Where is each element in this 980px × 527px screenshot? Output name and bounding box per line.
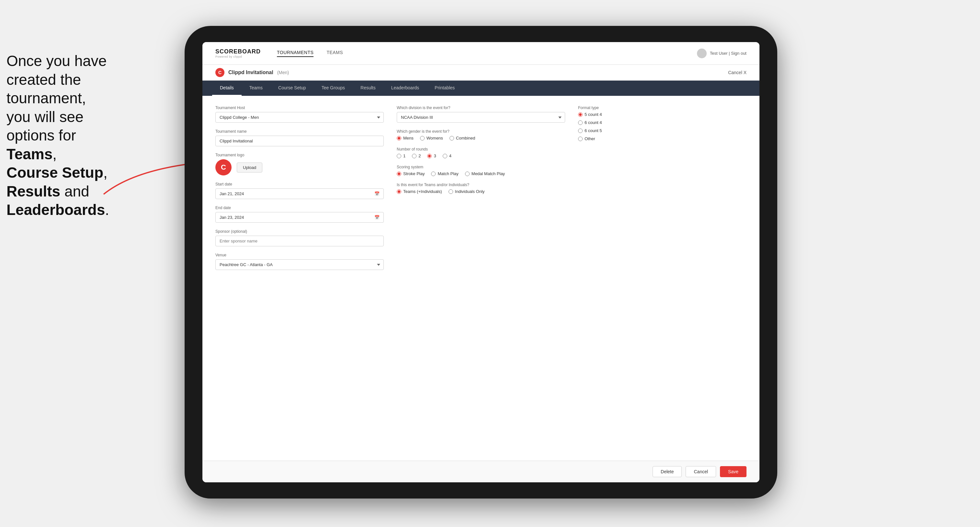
- rounds-3-radio[interactable]: [427, 154, 432, 158]
- tab-details[interactable]: Details: [212, 81, 242, 96]
- logo-upload-area: C Upload: [215, 159, 384, 175]
- gender-mens-radio[interactable]: [397, 136, 401, 140]
- sponsor-label: Sponsor (optional): [215, 229, 384, 234]
- cancel-header-button[interactable]: Cancel X: [728, 70, 746, 75]
- format-other[interactable]: Other: [578, 136, 595, 141]
- gender-label: Which gender is the event for?: [397, 129, 565, 134]
- scoring-stroke[interactable]: Stroke Play: [397, 171, 425, 176]
- format-options: 5 count 4 6 count 4 6 count 5: [578, 112, 746, 141]
- end-date-value: Jan 23, 2024: [220, 215, 244, 220]
- format-6count4-radio[interactable]: [578, 121, 582, 125]
- rounds-4[interactable]: 4: [443, 154, 452, 158]
- breadcrumb-icon: C: [215, 68, 224, 77]
- form-footer: Delete Cancel Save: [202, 460, 759, 483]
- end-date-label: End date: [215, 206, 384, 210]
- scoring-label: Scoring system: [397, 165, 565, 169]
- tab-leaderboards[interactable]: Leaderboards: [383, 81, 427, 96]
- scoring-medal[interactable]: Medal Match Play: [465, 171, 505, 176]
- scoring-match-radio[interactable]: [431, 171, 436, 176]
- gender-options: Mens Womens Combined: [397, 136, 565, 140]
- tournament-host-select[interactable]: Clippd College - Men: [215, 112, 384, 123]
- rounds-label: Number of rounds: [397, 147, 565, 151]
- form-grid: Tournament Host Clippd College - Men Tou…: [215, 106, 746, 270]
- start-date-group: Start date Jan 21, 2024 📅: [215, 182, 384, 199]
- tournament-logo-label: Tournament logo: [215, 153, 384, 157]
- main-content: Tournament Host Clippd College - Men Tou…: [202, 96, 759, 460]
- calendar-icon-end: 📅: [374, 215, 380, 220]
- tab-course-setup[interactable]: Course Setup: [270, 81, 314, 96]
- nav-tournaments[interactable]: TOURNAMENTS: [277, 50, 313, 57]
- rounds-1-radio[interactable]: [397, 154, 401, 158]
- division-label: Which division is the event for?: [397, 106, 565, 110]
- format-6count5[interactable]: 6 count 5: [578, 128, 746, 133]
- save-button[interactable]: Save: [720, 466, 746, 477]
- upload-button[interactable]: Upload: [237, 162, 262, 173]
- end-date-input[interactable]: Jan 23, 2024 📅: [215, 212, 384, 223]
- nav-teams[interactable]: TEAMS: [326, 50, 343, 57]
- sponsor-input[interactable]: [215, 236, 384, 246]
- tab-printables[interactable]: Printables: [427, 81, 463, 96]
- rounds-1[interactable]: 1: [397, 154, 406, 158]
- scoring-stroke-label: Stroke Play: [403, 171, 425, 176]
- format-other-label: Other: [585, 136, 595, 141]
- calendar-icon: 📅: [374, 191, 380, 196]
- format-5count4[interactable]: 5 count 4: [578, 112, 746, 117]
- tab-results[interactable]: Results: [353, 81, 383, 96]
- rounds-2[interactable]: 2: [412, 154, 421, 158]
- user-sign-out[interactable]: Test User | Sign out: [710, 51, 746, 56]
- format-5count4-radio[interactable]: [578, 112, 582, 117]
- nav-items: TOURNAMENTS TEAMS: [277, 50, 697, 57]
- individuals-only-radio[interactable]: [449, 189, 453, 194]
- format-6count5-radio[interactable]: [578, 129, 582, 133]
- division-select[interactable]: NCAA Division III: [397, 112, 565, 123]
- header-right: Test User | Sign out: [697, 49, 746, 58]
- form-col-1: Tournament Host Clippd College - Men Tou…: [215, 106, 384, 270]
- cancel-button[interactable]: Cancel: [686, 466, 716, 477]
- logo-area: SCOREBOARD Powered by clippd: [215, 48, 261, 58]
- delete-button[interactable]: Delete: [652, 466, 682, 477]
- start-date-input[interactable]: Jan 21, 2024 📅: [215, 188, 384, 199]
- gender-womens[interactable]: Womens: [420, 136, 443, 140]
- breadcrumb-subtitle: (Men): [277, 70, 289, 75]
- tournament-host-label: Tournament Host: [215, 106, 384, 110]
- rounds-4-radio[interactable]: [443, 154, 447, 158]
- end-date-group: End date Jan 23, 2024 📅: [215, 206, 384, 223]
- rounds-2-radio[interactable]: [412, 154, 417, 158]
- format-6count5-label: 6 count 5: [585, 128, 602, 133]
- sponsor-group: Sponsor (optional): [215, 229, 384, 246]
- tab-teams[interactable]: Teams: [242, 81, 270, 96]
- scoring-stroke-radio[interactable]: [397, 171, 401, 176]
- format-other-radio[interactable]: [578, 137, 582, 141]
- format-6count4-label: 6 count 4: [585, 120, 602, 125]
- format-6count4[interactable]: 6 count 4: [578, 120, 746, 125]
- start-date-label: Start date: [215, 182, 384, 186]
- gender-mens[interactable]: Mens: [397, 136, 414, 140]
- rounds-3[interactable]: 3: [427, 154, 436, 158]
- tournament-logo-group: Tournament logo C Upload: [215, 153, 384, 175]
- gender-womens-radio[interactable]: [420, 136, 425, 140]
- tournament-name-input[interactable]: [215, 136, 384, 146]
- venue-select[interactable]: Peachtree GC - Atlanta - GA: [215, 259, 384, 270]
- rounds-2-label: 2: [418, 154, 421, 158]
- gender-combined[interactable]: Combined: [450, 136, 475, 140]
- rounds-3-label: 3: [434, 154, 436, 158]
- tablet-screen: SCOREBOARD Powered by clippd TOURNAMENTS…: [202, 42, 759, 483]
- annotation-text: Once you have created the tournament, yo…: [0, 52, 159, 219]
- gender-combined-radio[interactable]: [450, 136, 454, 140]
- team-individual-label: Is this event for Teams and/or Individua…: [397, 183, 565, 187]
- tournament-name-group: Tournament name: [215, 129, 384, 146]
- gender-womens-label: Womens: [426, 136, 443, 140]
- scoring-medal-radio[interactable]: [465, 171, 469, 176]
- venue-label: Venue: [215, 253, 384, 257]
- team-individual-options: Teams (+Individuals) Individuals Only: [397, 189, 565, 194]
- teams-individuals[interactable]: Teams (+Individuals): [397, 189, 442, 194]
- individuals-only[interactable]: Individuals Only: [449, 189, 485, 194]
- individuals-only-label: Individuals Only: [455, 189, 485, 194]
- teams-individuals-radio[interactable]: [397, 189, 401, 194]
- tournament-name-label: Tournament name: [215, 129, 384, 134]
- gender-group: Which gender is the event for? Mens Wome…: [397, 129, 565, 140]
- team-individual-group: Is this event for Teams and/or Individua…: [397, 183, 565, 194]
- app-header: SCOREBOARD Powered by clippd TOURNAMENTS…: [202, 42, 759, 65]
- scoring-match[interactable]: Match Play: [431, 171, 458, 176]
- tab-tee-groups[interactable]: Tee Groups: [314, 81, 353, 96]
